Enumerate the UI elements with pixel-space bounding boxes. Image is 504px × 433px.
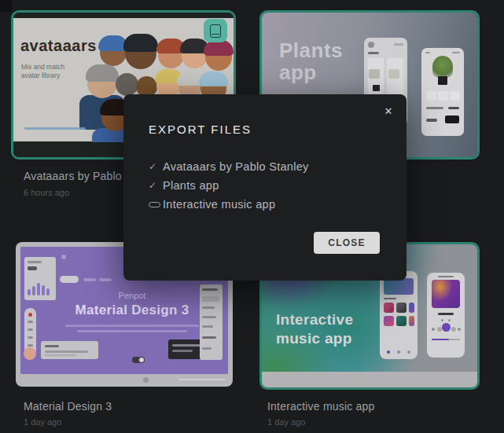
avatar-head (116, 73, 138, 96)
mini-card (41, 341, 98, 359)
check-icon: ✓ (149, 180, 163, 191)
file-name[interactable]: Material Design 3 (24, 400, 112, 413)
export-item: ✓ Avataaars by Pablo Stanley (149, 157, 309, 176)
shared-library-badge (204, 19, 227, 42)
thumb-heading-line2: app (279, 61, 317, 84)
mini-toggle (132, 357, 145, 363)
dashboard: avataaars Mix and match avatar library (0, 0, 504, 433)
export-dialog: EXPORT FILES ✕ ✓ Avataaars by Pablo Stan… (123, 94, 407, 281)
file-modified-time: 6 hours ago (24, 188, 69, 197)
mini-pill (60, 276, 79, 283)
cover-footer-strip (262, 372, 477, 387)
mini-scroll-dot (143, 377, 149, 383)
file-name[interactable]: Interactive music app (267, 400, 374, 413)
export-item-label: Interactive music app (163, 198, 275, 211)
corner-shadow (0, 0, 12, 12)
thumb-heading: avataaars (20, 37, 97, 55)
avatar-head (205, 44, 232, 71)
library-icon (210, 24, 221, 38)
file-modified-time: 1 day ago (24, 417, 61, 427)
avatar-head (100, 39, 127, 66)
close-icon[interactable]: ✕ (380, 102, 397, 119)
file-modified-time: 1 day ago (267, 417, 305, 427)
avatar-head (87, 68, 117, 98)
export-item-list: ✓ Avataaars by Pablo Stanley ✓ Plants ap… (149, 157, 309, 214)
thumb-heading-line2: music app (276, 330, 352, 347)
avatar-head (125, 38, 156, 69)
thumb-subtitle-line2: avatar library (21, 72, 60, 79)
mini-dot (61, 255, 66, 259)
mini-scrollbar (178, 379, 226, 380)
underline-decoration (24, 127, 86, 130)
phone-mockup (427, 273, 465, 358)
dialog-title: EXPORT FILES (149, 123, 252, 136)
export-item: ✓ Plants app (149, 176, 309, 195)
thumb-subtitle: Mix and match avatar library (21, 63, 64, 80)
avatar-head (182, 42, 208, 68)
mini-plus-button (24, 347, 36, 360)
loader-icon (149, 202, 160, 207)
export-item-label: Avataaars by Pablo Stanley (163, 160, 309, 173)
check-icon: ✓ (149, 161, 163, 172)
export-item-label: Plants app (163, 179, 219, 192)
thumb-heading-line1: Plants (279, 39, 343, 62)
close-button[interactable]: CLOSE (314, 232, 380, 254)
thumb-subtitle-line1: Mix and match (21, 63, 64, 71)
mini-sidebar (200, 284, 223, 360)
thumb-heading-line1: Interactive (276, 311, 353, 328)
phone-mockup (380, 271, 418, 359)
thumb-heading: Interactive music app (276, 310, 353, 348)
export-item: Interactive music app (149, 195, 309, 214)
phone-mockup (421, 48, 464, 136)
thumb-heading: Plants app (279, 39, 343, 83)
